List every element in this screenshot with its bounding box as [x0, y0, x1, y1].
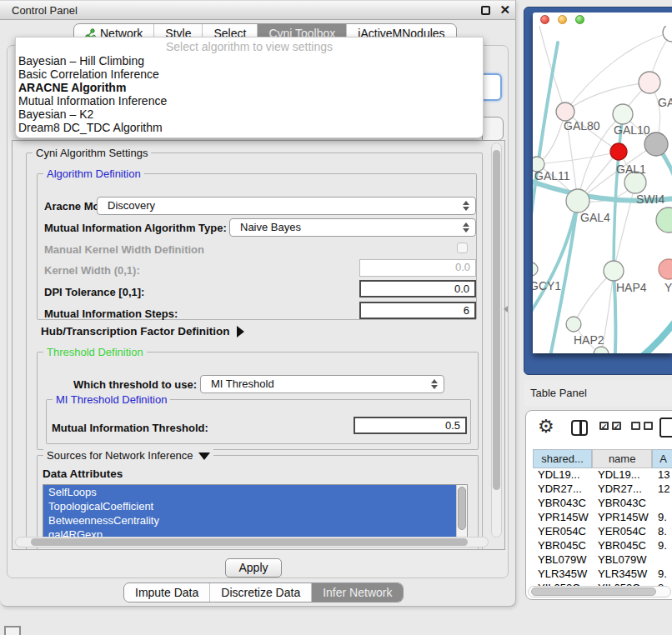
table-row[interactable]: YBR043CYBR043C	[526, 497, 672, 511]
table-row[interactable]: YPR145WYPR145W9.	[526, 511, 672, 525]
minimized-panel-icon[interactable]	[4, 626, 21, 635]
mi-threshold-group: MI Threshold Definition Mutual Informati…	[46, 399, 471, 444]
table-cell[interactable]: YLR345W	[598, 568, 647, 580]
table-row[interactable]: YDL19...YDL19...13	[526, 468, 672, 482]
deselect-all-checkbox-icon[interactable]	[631, 422, 640, 430]
list-item[interactable]: BetweennessCentrality	[43, 513, 467, 528]
table-cell[interactable]: 9.	[658, 511, 667, 523]
aracne-mode-combo[interactable]: Discovery	[97, 197, 476, 215]
node-label: GAL80	[564, 119, 600, 132]
table-cell[interactable]: 8.	[658, 525, 667, 538]
table-cell[interactable]: YDL19...	[538, 468, 580, 481]
table-cell[interactable]: YBR045C	[538, 539, 586, 552]
dpi-tolerance-label: DPI Tolerance [0,1]:	[44, 286, 144, 298]
file-icon[interactable]	[659, 418, 672, 438]
select-all-checkbox-icon[interactable]: ✓	[612, 422, 621, 430]
kernel-width-field[interactable]: 0.0	[359, 259, 476, 277]
node-red-selected[interactable]	[610, 143, 627, 160]
table-row[interactable]: YER054CYER054C8.	[526, 525, 672, 539]
table-cell[interactable]: 9.	[658, 568, 667, 580]
node-gcy1[interactable]	[533, 262, 538, 276]
table-cell[interactable]: YPR145W	[538, 511, 589, 523]
float-window-icon[interactable]	[481, 6, 490, 15]
table-cell[interactable]: YDR27...	[538, 482, 582, 495]
algorithm-dropdown-popup: Select algorithm to view settings Bayesi…	[15, 37, 484, 138]
table-cell[interactable]: YBR043C	[598, 497, 646, 509]
tab-impute-data[interactable]: Impute Data	[124, 583, 209, 602]
settings-vertical-scrollbar[interactable]	[491, 142, 502, 538]
node[interactable]	[659, 259, 672, 279]
node-gal4[interactable]	[566, 189, 589, 212]
split-columns-icon[interactable]	[571, 420, 588, 436]
dropdown-item[interactable]: Dream8 DC_TDC Algorithm	[18, 121, 163, 134]
table-cell[interactable]: 9.	[658, 539, 667, 552]
mi-threshold-field[interactable]: 0.5	[354, 417, 467, 434]
hub-definition-label: Hub/Transcription Factor Definition	[41, 325, 230, 338]
dropdown-item[interactable]: Bayesian – Hill Climbing	[18, 54, 144, 68]
tab-infer-network[interactable]: Infer Network	[311, 583, 403, 602]
table-cell[interactable]: YPR145W	[598, 511, 649, 523]
column-header[interactable]: A	[652, 449, 672, 468]
table-cell[interactable]: 13	[658, 468, 669, 481]
node[interactable]	[656, 208, 672, 232]
deselect-all-checkbox-icon[interactable]	[644, 422, 653, 430]
table-row[interactable]: YLR345WYLR345W9.	[526, 568, 672, 582]
list-scrollbar[interactable]	[456, 485, 467, 542]
node-gal80[interactable]	[556, 102, 574, 121]
mi-type-combo[interactable]: Naive Bayes	[229, 218, 476, 237]
hub-definition-toggle[interactable]: Hub/Transcription Factor Definition	[41, 325, 244, 338]
list-item[interactable]: SelfLoops	[43, 485, 467, 499]
table-cell[interactable]: 12	[658, 482, 669, 495]
column-header[interactable]: name	[592, 449, 652, 468]
sources-toggle[interactable]: Sources for Network Inference	[43, 449, 213, 462]
network-canvas[interactable]: GAL80 GAL10 GAL1 GAL11 SWI4 GAL4 GCY1 HA…	[533, 26, 672, 353]
sources-title: Sources for Network Inference	[47, 449, 193, 462]
mi-steps-field[interactable]: 6	[359, 302, 476, 319]
node-hap4[interactable]	[604, 261, 624, 281]
column-header[interactable]: shared...	[533, 449, 592, 468]
table-row[interactable]: YBL079WYBL079W	[526, 553, 672, 568]
traffic-light-zoom-icon[interactable]	[575, 15, 584, 24]
table-cell[interactable]: YDR27...	[598, 482, 642, 495]
sources-group: Sources for Network Inference Data Attri…	[37, 455, 479, 550]
node-hap2[interactable]	[566, 317, 581, 332]
tab-discretize-data[interactable]: Discretize Data	[209, 583, 311, 602]
manual-kernel-checkbox[interactable]	[457, 242, 468, 253]
table-row[interactable]: YDR27...YDR27...12	[526, 482, 672, 497]
list-item[interactable]: TopologicalCoefficient	[43, 499, 467, 513]
spinner-arrows-icon	[463, 222, 469, 232]
apply-button[interactable]: Apply	[225, 558, 282, 578]
node[interactable]	[663, 26, 672, 42]
dropdown-item[interactable]: Basic Correlation Inference	[18, 68, 159, 81]
traffic-light-close-icon[interactable]	[540, 15, 549, 24]
cyni-algorithm-settings-title: Cyni Algorithm Settings	[33, 147, 151, 159]
dropdown-item[interactable]: Mutual Information Inference	[18, 94, 167, 108]
table-cell[interactable]: YDL19...	[598, 468, 640, 481]
table-horizontal-scrollbar[interactable]	[528, 586, 671, 598]
gear-icon[interactable]: ⚙	[538, 418, 554, 436]
table-row[interactable]: YBR045CYBR045C9.	[526, 539, 672, 553]
tab-discretize-data-label: Discretize Data	[221, 583, 300, 602]
data-attributes-list[interactable]: SelfLoops TopologicalCoefficient Between…	[43, 484, 468, 542]
table-cell[interactable]: YLR345W	[538, 568, 587, 580]
node[interactable]	[594, 347, 609, 353]
table-cell[interactable]: YER054C	[538, 525, 586, 538]
close-icon[interactable]: ✕	[499, 2, 510, 18]
panel-splitter-arrow[interactable]	[504, 306, 508, 312]
table-cell[interactable]: YER054C	[598, 525, 646, 538]
settings-horizontal-scrollbar[interactable]	[15, 537, 489, 548]
dpi-tolerance-field[interactable]: 0.0	[359, 280, 476, 298]
mi-threshold-label: Mutual Information Threshold:	[52, 422, 208, 434]
table-cell[interactable]: YBR045C	[598, 539, 646, 552]
dropdown-item-selected[interactable]: ARACNE Algorithm	[18, 81, 126, 94]
table-cell[interactable]: YBR043C	[538, 497, 586, 509]
select-all-checkbox-icon[interactable]: ✓	[599, 422, 609, 430]
which-threshold-combo[interactable]: MI Threshold	[200, 375, 444, 393]
dropdown-item[interactable]: Bayesian – K2	[18, 108, 93, 121]
chevron-right-icon	[237, 326, 244, 338]
traffic-light-minimize-icon[interactable]	[558, 15, 567, 24]
node-gal10[interactable]	[613, 104, 633, 124]
table-cell[interactable]: YBL079W	[598, 553, 647, 566]
node[interactable]	[639, 72, 660, 93]
table-cell[interactable]: YBL079W	[538, 553, 587, 566]
